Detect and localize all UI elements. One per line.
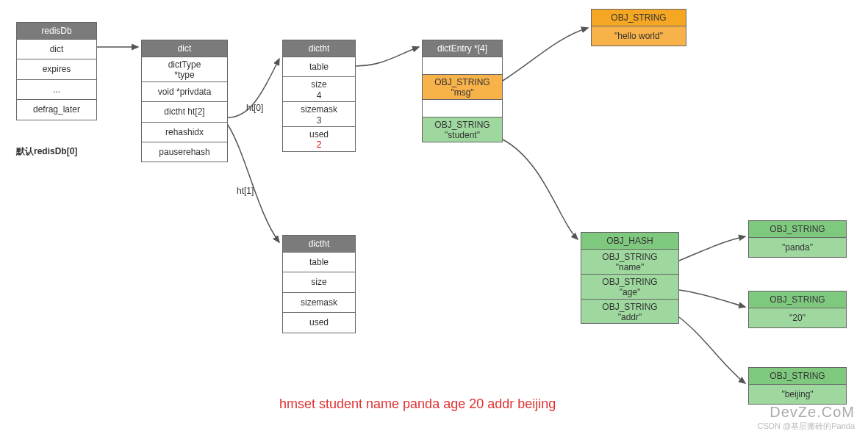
cell-expires: expires — [17, 59, 96, 79]
cell-size0: size 4 — [283, 77, 355, 102]
box-dictht1: dictht table size sizemask used — [282, 235, 356, 333]
cell-size0-value: 4 — [284, 90, 354, 101]
box-dict-header: dict — [142, 40, 227, 57]
cell-size1: size — [283, 272, 355, 292]
box-redisdb-header: redisDb — [17, 23, 96, 40]
cell-dicttype: dictType *type — [142, 57, 227, 82]
cell-sizemask0-value: 3 — [284, 115, 354, 126]
cell-used0-value: 2 — [284, 140, 354, 150]
box-panda: OBJ_STRING "panda" — [748, 220, 847, 258]
box-helloworld: OBJ_STRING "hello world" — [591, 9, 686, 46]
box-dict: dict dictType *type void *privdata dicth… — [141, 40, 228, 162]
cell-sizemask1: sizemask — [283, 293, 355, 313]
cell-used0-label: used — [284, 129, 354, 140]
box-beijing-header: OBJ_STRING — [749, 368, 846, 385]
watermark-sub: CSDN @基层搬砖的Panda — [758, 421, 855, 432]
hash-name-text: OBJ_STRING "name" — [602, 252, 657, 272]
label-ht1: ht[1] — [237, 186, 254, 196]
hash-addr: OBJ_STRING "addr" — [581, 300, 678, 324]
box-beijing-value: "beijing" — [749, 385, 846, 404]
cell-size0-label: size — [284, 79, 354, 90]
caption-redisdb: 默认redisDb[0] — [16, 145, 77, 158]
box-20: OBJ_STRING "20" — [748, 291, 847, 328]
hash-age: OBJ_STRING "age" — [581, 275, 678, 300]
box-panda-header: OBJ_STRING — [749, 221, 846, 238]
box-dictht0: dictht table size 4 sizemask 3 used 2 — [282, 40, 356, 152]
hash-age-text: OBJ_STRING "age" — [602, 277, 657, 297]
cell-sizemask0-label: sizemask — [284, 104, 354, 115]
box-dictentry-header: dictEntry *[4] — [423, 40, 502, 57]
cell-rehashidx: rehashidx — [142, 123, 227, 142]
box-helloworld-header: OBJ_STRING — [592, 10, 686, 26]
hash-addr-text: OBJ_STRING "addr" — [602, 302, 657, 322]
entry-2 — [423, 100, 502, 117]
watermark-main: DevZe.CoM — [770, 404, 855, 420]
entry-0 — [423, 57, 502, 75]
command-text: hmset student name panda age 20 addr bei… — [279, 396, 556, 412]
box-objhash: OBJ_HASH OBJ_STRING "name" OBJ_STRING "a… — [581, 232, 679, 324]
box-panda-value: "panda" — [749, 238, 846, 257]
entry-student-text: OBJ_STRING "student" — [434, 120, 489, 140]
cell-table0: table — [283, 57, 355, 77]
box-20-header: OBJ_STRING — [749, 291, 846, 308]
box-objhash-header: OBJ_HASH — [581, 233, 678, 250]
cell-used0: used 2 — [283, 127, 355, 151]
cell-sizemask0: sizemask 3 — [283, 102, 355, 127]
entry-msg: OBJ_STRING "msg" — [423, 75, 502, 100]
cell-table1: table — [283, 253, 355, 272]
cell-defrag: defrag_later — [17, 100, 96, 119]
entry-student: OBJ_STRING "student" — [423, 117, 502, 142]
cell-pauserehash: pauserehash — [142, 142, 227, 162]
cell-dict: dict — [17, 40, 96, 59]
cell-privdata: void *privdata — [142, 82, 227, 102]
box-redisdb: redisDb dict expires ... defrag_later — [16, 22, 97, 120]
cell-dictht: dictht ht[2] — [142, 102, 227, 122]
box-beijing: OBJ_STRING "beijing" — [748, 367, 847, 405]
box-dictht1-header: dictht — [283, 236, 355, 253]
hash-name: OBJ_STRING "name" — [581, 250, 678, 275]
entry-msg-text: OBJ_STRING "msg" — [434, 77, 489, 98]
watermark: DevZe.CoM CSDN @基层搬砖的Panda — [758, 404, 855, 432]
label-ht0: ht[0] — [246, 103, 263, 113]
box-dictht0-header: dictht — [283, 40, 355, 57]
cell-ellipsis: ... — [17, 80, 96, 100]
box-dictentry: dictEntry *[4] OBJ_STRING "msg" OBJ_STRI… — [422, 40, 503, 142]
box-helloworld-value: "hello world" — [592, 26, 686, 46]
box-20-value: "20" — [749, 308, 846, 327]
cell-used1: used — [283, 313, 355, 332]
cell-dicttype-text: dictType *type — [168, 59, 201, 80]
